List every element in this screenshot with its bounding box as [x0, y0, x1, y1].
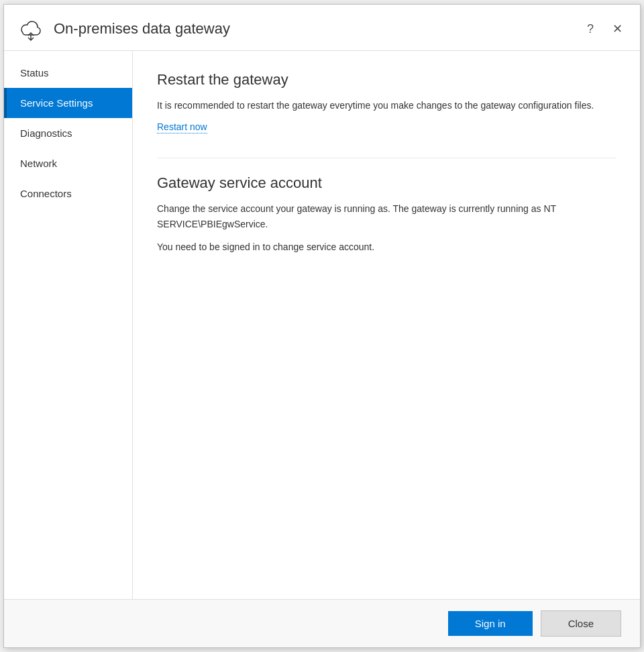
title-bar: On-premises data gateway ? ✕ [4, 5, 640, 51]
window-title: On-premises data gateway [54, 20, 583, 38]
sidebar: Status Service Settings Diagnostics Netw… [4, 51, 133, 599]
sidebar-item-label: Network [20, 158, 57, 169]
restart-description: It is recommended to restart the gateway… [157, 98, 616, 113]
sign-in-button[interactable]: Sign in [448, 611, 533, 636]
sidebar-item-network[interactable]: Network [4, 148, 132, 178]
service-account-section: Gateway service account Change the servi… [157, 174, 616, 254]
service-account-desc1: Change the service account your gateway … [157, 201, 616, 231]
sidebar-item-label: Connectors [20, 188, 72, 199]
sidebar-item-label: Status [20, 67, 49, 78]
close-button[interactable]: ✕ [608, 20, 627, 38]
sidebar-item-label: Diagnostics [20, 127, 72, 139]
main-content: Status Service Settings Diagnostics Netw… [4, 51, 640, 599]
application-window: On-premises data gateway ? ✕ Status Serv… [3, 4, 641, 648]
content-panel: Restart the gateway It is recommended to… [133, 51, 640, 599]
restart-now-link[interactable]: Restart now [157, 121, 207, 133]
close-button[interactable]: Close [541, 610, 621, 637]
sidebar-item-status[interactable]: Status [4, 58, 132, 88]
help-button[interactable]: ? [583, 20, 598, 38]
sidebar-item-diagnostics[interactable]: Diagnostics [4, 118, 132, 148]
service-account-title: Gateway service account [157, 174, 616, 192]
footer: Sign in Close [4, 599, 640, 647]
restart-section: Restart the gateway It is recommended to… [157, 71, 616, 133]
sidebar-item-connectors[interactable]: Connectors [4, 178, 132, 209]
app-icon [17, 15, 44, 42]
section-divider [157, 158, 616, 158]
service-account-desc2: You need to be signed in to change servi… [157, 239, 616, 254]
window-controls: ? ✕ [583, 20, 627, 38]
restart-section-title: Restart the gateway [157, 71, 616, 89]
sidebar-item-label: Service Settings [20, 97, 93, 109]
sidebar-item-service-settings[interactable]: Service Settings [4, 88, 132, 118]
